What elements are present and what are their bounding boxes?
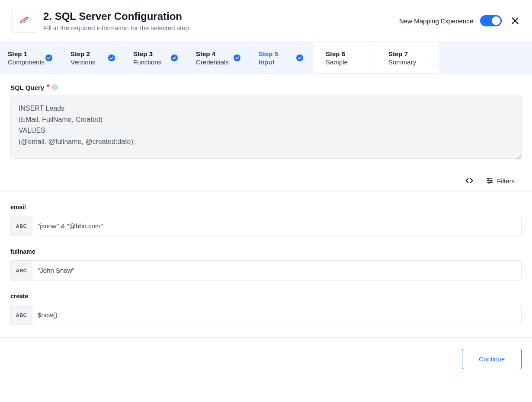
- sql-query-input[interactable]: [10, 96, 522, 159]
- param-input-wrap: ABC: [10, 305, 522, 325]
- param-type-badge: ABC: [11, 261, 32, 280]
- sql-query-label-row: SQL Query * i: [10, 83, 522, 91]
- step-4[interactable]: Step 4Credentials: [188, 42, 251, 73]
- svg-point-1: [490, 180, 492, 182]
- close-button[interactable]: [509, 14, 522, 27]
- step-complete-icon: [45, 54, 52, 61]
- step-label: Step 7: [388, 50, 424, 57]
- step-complete-icon: [171, 54, 178, 61]
- param-input-email[interactable]: [32, 216, 521, 236]
- mapping-experience-toggle[interactable]: [480, 15, 502, 26]
- param-input-wrap: ABC: [10, 216, 522, 236]
- mapping-experience-label: New Mapping Experience: [399, 17, 473, 25]
- code-icon: [465, 176, 474, 185]
- sql-query-label: SQL Query: [10, 84, 44, 91]
- step-label: Step 4: [196, 50, 236, 57]
- footer: Continue: [0, 338, 532, 380]
- sql-server-icon: [12, 9, 36, 33]
- code-toggle-button[interactable]: [465, 176, 474, 185]
- header-titles: 2. SQL Server Configuration Fill in the …: [43, 10, 399, 32]
- param-label: create: [10, 293, 522, 300]
- page-title: 2. SQL Server Configuration: [43, 10, 399, 22]
- step-sublabel: Summary: [388, 58, 424, 66]
- required-marker: *: [47, 83, 49, 91]
- svg-point-0: [488, 178, 489, 179]
- param-input-create[interactable]: [32, 305, 521, 325]
- wizard-stepper: Step 1ComponentsStep 2VersionsStep 3Func…: [0, 42, 532, 74]
- step-5[interactable]: Step 5Input: [251, 42, 314, 73]
- step-label: Step 1: [8, 50, 48, 57]
- param-group-fullname: fullnameABC: [10, 248, 522, 281]
- step-2[interactable]: Step 2Versions: [63, 42, 125, 73]
- svg-point-2: [488, 182, 490, 183]
- step-complete-icon: [296, 54, 303, 61]
- step-7[interactable]: Step 7Summary: [376, 42, 439, 73]
- step-sublabel: Input: [259, 58, 299, 66]
- step-sublabel: Sample: [326, 58, 362, 66]
- close-icon: [510, 16, 520, 26]
- step-sublabel: Versions: [71, 58, 111, 66]
- step-sublabel: Components: [8, 58, 48, 66]
- step-3[interactable]: Step 3Functions: [125, 42, 188, 73]
- step-sublabel: Credentials: [196, 58, 236, 66]
- page-subtitle: Fill in the required information for the…: [43, 24, 399, 32]
- step-sublabel: Functions: [133, 58, 173, 66]
- header-actions: New Mapping Experience: [399, 14, 522, 27]
- param-input-wrap: ABC: [10, 260, 522, 281]
- param-label: email: [10, 204, 522, 211]
- parameters-section: emailABCfullnameABCcreateABC: [0, 191, 532, 325]
- step-label: Step 6: [326, 50, 362, 57]
- param-input-fullname[interactable]: [32, 261, 521, 280]
- params-toolbar: Filters: [0, 170, 532, 191]
- step-complete-icon: [108, 54, 115, 61]
- step-label: Step 3: [133, 50, 173, 57]
- param-type-badge: ABC: [11, 305, 32, 325]
- info-icon[interactable]: i: [52, 84, 58, 90]
- step-1[interactable]: Step 1Components: [0, 42, 63, 73]
- continue-button[interactable]: Continue: [462, 349, 522, 369]
- param-group-create: createABC: [10, 293, 522, 325]
- filters-icon: [486, 177, 494, 185]
- param-group-email: emailABC: [10, 204, 522, 236]
- param-type-badge: ABC: [11, 216, 32, 236]
- config-header: 2. SQL Server Configuration Fill in the …: [0, 0, 532, 42]
- param-label: fullname: [10, 248, 522, 255]
- filters-button[interactable]: Filters: [486, 177, 515, 185]
- filters-label: Filters: [497, 177, 515, 185]
- step-6[interactable]: Step 6Sample: [314, 42, 376, 73]
- step-complete-icon: [234, 54, 240, 61]
- step-label: Step 5: [259, 50, 299, 57]
- step-label: Step 2: [71, 50, 111, 57]
